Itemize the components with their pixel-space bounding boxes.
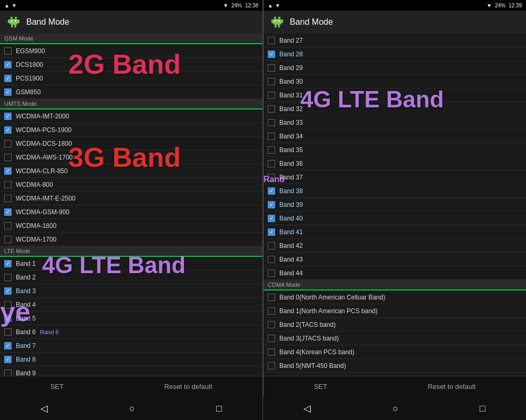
checkbox-wcdma-gsm900[interactable]: ✓ <box>4 208 12 216</box>
checkbox-pcs1900[interactable]: ✓ <box>4 75 12 82</box>
checkbox-r-37[interactable] <box>268 174 275 181</box>
nav-back-left[interactable]: ◁ <box>25 401 64 416</box>
band-r-37[interactable]: Band 37 <box>264 171 526 184</box>
band-r-38[interactable]: ✓ Band 38 <box>264 184 526 198</box>
checkbox-wcdma-dcs1800[interactable] <box>4 140 12 147</box>
band-egsm900[interactable]: EGSM900 <box>0 44 262 58</box>
band-r-42[interactable]: Band 42 <box>264 239 526 253</box>
band-lte-5[interactable]: ✓ Band 5 <box>0 312 262 325</box>
nav-recent-right[interactable]: □ <box>464 401 501 416</box>
checkbox-cdma-4[interactable] <box>268 348 275 356</box>
checkbox-lte-8[interactable]: ✓ <box>4 356 12 363</box>
checkbox-r-36[interactable] <box>268 160 275 167</box>
nav-home-right[interactable]: ○ <box>377 401 414 416</box>
band-r-35[interactable]: Band 35 <box>264 143 526 157</box>
checkbox-r-33[interactable] <box>268 119 275 126</box>
band-r-43[interactable]: Band 43 <box>264 253 526 266</box>
band-lte-3[interactable]: ✓ Band 3 <box>0 284 262 298</box>
band-wcdma-dcs1800[interactable]: WCDMA-DCS-1800 <box>0 137 262 151</box>
checkbox-wcdma-1800[interactable] <box>4 222 12 229</box>
band-r-41[interactable]: ✓ Band 41 <box>264 225 526 239</box>
band-wcdma-clr850[interactable]: ✓ WCDMA-CLR-850 <box>0 164 262 178</box>
band-cdma-3[interactable]: Band 3(JTACS band) <box>264 332 526 345</box>
band-wcdma-1800[interactable]: WCDMA-1800 <box>0 219 262 233</box>
band-cdma-5[interactable]: Band 5(NMT-450 Band) <box>264 359 526 373</box>
checkbox-r-27[interactable] <box>268 37 275 44</box>
checkbox-r-41[interactable]: ✓ <box>268 228 275 236</box>
checkbox-wcdma-800[interactable] <box>4 181 12 188</box>
checkbox-gsm850[interactable]: ✓ <box>4 88 12 96</box>
checkbox-r-35[interactable] <box>268 146 275 154</box>
band-wcdma-gsm900[interactable]: ✓ WCDMA-GSM-900 <box>0 205 262 219</box>
checkbox-r-43[interactable] <box>268 256 275 263</box>
band-r-27[interactable]: Band 27 <box>264 34 526 47</box>
checkbox-lte-5[interactable]: ✓ <box>4 315 12 322</box>
checkbox-wcdma-1700[interactable] <box>4 236 12 243</box>
checkbox-r-34[interactable] <box>268 133 275 140</box>
checkbox-lte-6[interactable] <box>4 328 12 336</box>
checkbox-cdma-2[interactable] <box>268 321 275 328</box>
checkbox-wcdma-imt-e2500[interactable] <box>4 195 12 202</box>
band-r-40[interactable]: ✓ Band 40 <box>264 212 526 225</box>
band-pcs1900[interactable]: ✓ PCS1900 <box>0 72 262 85</box>
checkbox-r-28[interactable]: ✓ <box>268 51 275 58</box>
band-lte-8[interactable]: ✓ Band 8 <box>0 353 262 366</box>
reset-button-left[interactable]: Reset to default <box>154 381 222 393</box>
set-button-left[interactable]: SET <box>40 381 74 393</box>
band-r-33[interactable]: Band 33 <box>264 116 526 129</box>
band-cdma-4[interactable]: Band 4(Korean PCS band) <box>264 345 526 359</box>
checkbox-egsm900[interactable] <box>4 47 12 55</box>
band-wcdma-imt-e2500[interactable]: WCDMA-IMT-E-2500 <box>0 192 262 205</box>
checkbox-wcdma-clr850[interactable]: ✓ <box>4 167 12 175</box>
checkbox-r-39[interactable]: ✓ <box>268 201 275 208</box>
checkbox-r-31[interactable] <box>268 92 275 99</box>
band-r-29[interactable]: Band 29 <box>264 61 526 75</box>
checkbox-lte-1[interactable]: ✓ <box>4 260 12 267</box>
checkbox-r-38[interactable]: ✓ <box>268 187 275 195</box>
checkbox-wcdma-imt2000[interactable]: ✓ <box>4 113 12 120</box>
checkbox-r-32[interactable] <box>268 105 275 113</box>
band-r-44[interactable]: Band 44 <box>264 266 526 280</box>
band-r-34[interactable]: Band 34 <box>264 129 526 143</box>
checkbox-wcdma-aws1700[interactable] <box>4 154 12 161</box>
checkbox-lte-2[interactable] <box>4 274 12 281</box>
band-lte-2[interactable]: Band 2 <box>0 271 262 284</box>
checkbox-r-42[interactable] <box>268 242 275 249</box>
band-gsm850[interactable]: ✓ GSM850 <box>0 85 262 99</box>
panel-content-right[interactable]: Band 27 ✓ Band 28 Band 29 Band 30 Band 3… <box>264 34 526 376</box>
band-lte-1[interactable]: ✓ Band 1 <box>0 257 262 271</box>
band-r-31[interactable]: Band 31 <box>264 88 526 102</box>
band-wcdma-800[interactable]: WCDMA-800 <box>0 178 262 192</box>
band-cdma-6[interactable]: Band 6(IMT-2000 band) <box>264 373 526 376</box>
checkbox-lte-4[interactable] <box>4 301 12 308</box>
band-lte-4[interactable]: Band 4 <box>0 298 262 312</box>
band-r-36[interactable]: Band 36 <box>264 157 526 171</box>
nav-recent-left[interactable]: □ <box>200 401 238 416</box>
band-cdma-2[interactable]: Band 2(TACS band) <box>264 318 526 332</box>
checkbox-cdma-5[interactable] <box>268 362 275 369</box>
band-lte-9[interactable]: Band 9 <box>0 366 262 376</box>
checkbox-cdma-3[interactable] <box>268 335 275 342</box>
set-button-right[interactable]: SET <box>304 381 338 393</box>
band-wcdma-pcs1900[interactable]: ✓ WCDMA-PCS-1900 <box>0 123 262 137</box>
checkbox-lte-3[interactable]: ✓ <box>4 287 12 295</box>
checkbox-cdma-6[interactable] <box>268 376 275 376</box>
checkbox-wcdma-pcs1900[interactable]: ✓ <box>4 126 12 134</box>
checkbox-lte-7[interactable]: ✓ <box>4 342 12 349</box>
band-cdma-0[interactable]: Band 0(North American Celluar Band) <box>264 291 526 304</box>
nav-home-left[interactable]: ○ <box>114 401 151 416</box>
band-lte-6[interactable]: Band 6 Rand 6 <box>0 325 262 339</box>
band-wcdma-imt2000[interactable]: ✓ WCDMA-IMT-2000 <box>0 109 262 123</box>
checkbox-dcs1800[interactable]: ✓ <box>4 61 12 68</box>
band-r-30[interactable]: Band 30 <box>264 75 526 88</box>
checkbox-lte-9[interactable] <box>4 369 12 376</box>
nav-back-right[interactable]: ◁ <box>288 401 327 416</box>
checkbox-cdma-1[interactable] <box>268 307 275 315</box>
band-r-39[interactable]: ✓ Band 39 <box>264 198 526 212</box>
panel-content-left[interactable]: GSM Mode EGSM900 ✓ DCS1800 ✓ PCS1900 ✓ G… <box>0 34 262 376</box>
checkbox-r-44[interactable] <box>268 269 275 277</box>
checkbox-r-30[interactable] <box>268 78 275 85</box>
band-wcdma-aws1700[interactable]: WCDMA-AWS-1700 <box>0 151 262 164</box>
checkbox-cdma-0[interactable] <box>268 294 275 301</box>
band-cdma-1[interactable]: Band 1(North American PCS band) <box>264 304 526 318</box>
